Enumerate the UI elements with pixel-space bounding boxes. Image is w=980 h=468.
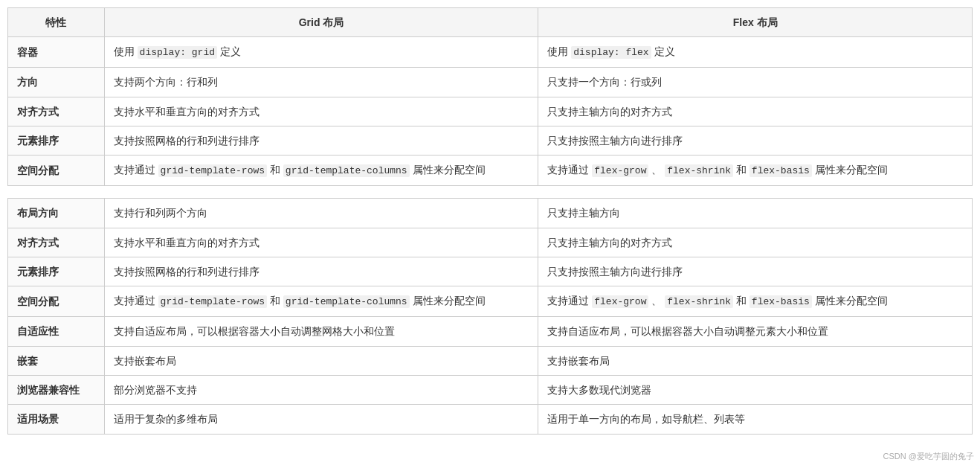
grid-cell: 支持自适应布局，可以根据容器大小自动调整网格大小和位置 — [104, 317, 538, 346]
feature-label: 对齐方式 — [8, 97, 105, 126]
feature-label: 容器 — [8, 37, 105, 68]
flex-cell: 支持通过 flex-grow 、 flex-shrink 和 flex-basi… — [538, 286, 973, 317]
table-row: 元素排序 支持按照网格的行和列进行排序 只支持按照主轴方向进行排序 — [8, 257, 973, 286]
flex-cell: 支持自适应布局，可以根据容器大小自动调整元素大小和位置 — [538, 317, 973, 346]
feature-label: 空间分配 — [8, 156, 105, 186]
table-row: 嵌套 支持嵌套布局 支持嵌套布局 — [8, 346, 973, 375]
table-row: 方向 支持两个方向：行和列 只支持一个方向：行或列 — [8, 68, 973, 97]
table-row: 浏览器兼容性 部分浏览器不支持 支持大多数现代浏览器 — [8, 375, 973, 404]
feature-label: 方向 — [8, 68, 105, 97]
flex-cell: 只支持主轴方向的对齐方式 — [538, 97, 973, 126]
grid-cell: 使用 display: grid 定义 — [104, 37, 538, 68]
table-row: 适用场景 适用于复杂的多维布局 适用于单一方向的布局，如导航栏、列表等 — [8, 405, 973, 434]
flex-cell: 只支持主轴方向 — [538, 199, 973, 228]
feature-label: 元素排序 — [8, 257, 105, 286]
feature-label: 浏览器兼容性 — [8, 375, 105, 404]
feature-label: 空间分配 — [8, 286, 105, 317]
table-row: 对齐方式 支持水平和垂直方向的对齐方式 只支持主轴方向的对齐方式 — [8, 97, 973, 126]
flex-cell: 适用于单一方向的布局，如导航栏、列表等 — [538, 405, 973, 434]
grid-cell: 支持按照网格的行和列进行排序 — [104, 126, 538, 155]
table-row: 自适应性 支持自适应布局，可以根据容器大小自动调整网格大小和位置 支持自适应布局… — [8, 317, 973, 346]
flex-cell: 只支持主轴方向的对齐方式 — [538, 228, 973, 257]
flex-cell: 使用 display: flex 定义 — [538, 37, 973, 68]
grid-cell: 支持按照网格的行和列进行排序 — [104, 257, 538, 286]
grid-cell: 支持行和列两个方向 — [104, 199, 538, 228]
grid-cell: 支持水平和垂直方向的对齐方式 — [104, 228, 538, 257]
grid-cell: 支持两个方向：行和列 — [104, 68, 538, 97]
feature-label: 元素排序 — [8, 126, 105, 155]
table-row: 容器 使用 display: grid 定义 使用 display: flex … — [8, 37, 973, 68]
grid-cell: 支持通过 grid-template-rows 和 grid-template-… — [104, 156, 538, 186]
feature-label: 适用场景 — [8, 405, 105, 434]
grid-cell: 支持通过 grid-template-rows 和 grid-template-… — [104, 286, 538, 317]
flex-cell: 支持通过 flex-grow 、 flex-shrink 和 flex-basi… — [538, 156, 973, 186]
grid-cell: 部分浏览器不支持 — [104, 375, 538, 404]
header-grid: Grid 布局 — [104, 8, 538, 37]
grid-cell: 支持嵌套布局 — [104, 346, 538, 375]
table-2: 布局方向 支持行和列两个方向 只支持主轴方向 对齐方式 支持水平和垂直方向的对齐… — [7, 198, 973, 435]
table-row: 对齐方式 支持水平和垂直方向的对齐方式 只支持主轴方向的对齐方式 — [8, 228, 973, 257]
watermark: CSDN @爱吃芋圆的兔子 — [883, 451, 974, 454]
header-feature: 特性 — [8, 8, 105, 37]
table-row: 布局方向 支持行和列两个方向 只支持主轴方向 — [8, 199, 973, 228]
page-wrapper: 特性 Grid 布局 Flex 布局 容器 使用 display: grid 定… — [0, 0, 980, 454]
grid-cell: 支持水平和垂直方向的对齐方式 — [104, 97, 538, 126]
flex-cell: 支持嵌套布局 — [538, 346, 973, 375]
grid-cell: 适用于复杂的多维布局 — [104, 405, 538, 434]
table-1: 特性 Grid 布局 Flex 布局 容器 使用 display: grid 定… — [7, 7, 973, 186]
table-row: 元素排序 支持按照网格的行和列进行排序 只支持按照主轴方向进行排序 — [8, 126, 973, 155]
table-row: 空间分配 支持通过 grid-template-rows 和 grid-temp… — [8, 156, 973, 186]
table-row: 空间分配 支持通过 grid-template-rows 和 grid-temp… — [8, 286, 973, 317]
feature-label: 自适应性 — [8, 317, 105, 346]
flex-cell: 只支持按照主轴方向进行排序 — [538, 257, 973, 286]
feature-label: 布局方向 — [8, 199, 105, 228]
flex-cell: 只支持按照主轴方向进行排序 — [538, 126, 973, 155]
feature-label: 对齐方式 — [8, 228, 105, 257]
header-flex: Flex 布局 — [538, 8, 973, 37]
feature-label: 嵌套 — [8, 346, 105, 375]
flex-cell: 支持大多数现代浏览器 — [538, 375, 973, 404]
flex-cell: 只支持一个方向：行或列 — [538, 68, 973, 97]
